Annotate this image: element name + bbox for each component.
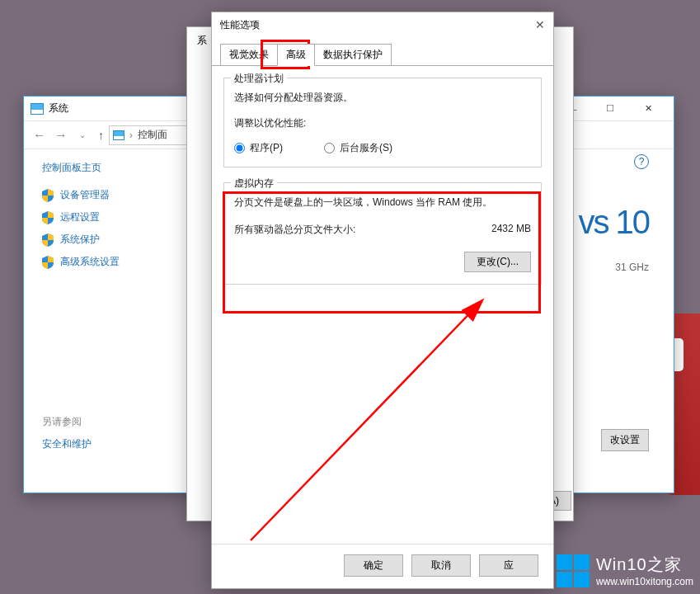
breadcrumb: 控制面 [138,128,167,142]
sidebar-item-advanced[interactable]: 高级系统设置 [42,255,167,269]
sidebar-label: 系统保护 [60,233,100,247]
sidebar-item-remote[interactable]: 远程设置 [42,210,167,224]
ok-button[interactable]: 确定 [344,554,403,577]
tab-strip: 视觉效果 高级 数据执行保护 [212,44,553,66]
vm-total-value: 2432 MB [491,223,531,237]
perf-titlebar: 性能选项 ✕ [212,12,553,37]
forward-button[interactable]: → [50,125,72,146]
shield-icon [42,211,54,224]
sidebar-item-device-manager[interactable]: 设备管理器 [42,188,167,202]
adjust-label: 调整以优化性能: [234,116,531,131]
cpu-info: 31 GHz [615,262,649,273]
tab-advanced[interactable]: 高级 [277,44,315,66]
virtual-memory-group: 虚拟内存 分页文件是硬盘上的一块区域，Windows 当作 RAM 使用。 所有… [223,182,542,284]
vm-desc: 分页文件是硬盘上的一块区域，Windows 当作 RAM 使用。 [234,195,531,210]
sidebar-label: 设备管理器 [60,188,110,202]
proc-desc: 选择如何分配处理器资源。 [234,90,531,106]
cp-home-link[interactable]: 控制面板主页 [42,161,167,175]
apply-button[interactable]: 应 [479,554,538,577]
processor-scheduling-group: 处理器计划 选择如何分配处理器资源。 调整以优化性能: 程序(P) 后台服务(S… [223,78,542,167]
watermark-url: www.win10xitong.com [596,576,693,587]
seealso-heading: 另请参阅 [42,415,92,429]
shield-icon [42,233,54,247]
cancel-button[interactable]: 取消 [411,554,471,577]
windows-logo-text: vs 10 [578,204,649,240]
sidebar-label: 远程设置 [60,210,100,224]
seealso-link[interactable]: 安全和维护 [42,437,92,451]
vm-total-label: 所有驱动器总分页文件大小: [234,223,355,237]
tab-visual-effects[interactable]: 视觉效果 [220,44,278,65]
shield-icon [42,256,54,269]
address-icon [113,130,124,140]
radio-background[interactable]: 后台服务(S) [324,141,392,155]
close-button[interactable]: ✕ [629,97,667,120]
recent-dropdown[interactable]: ⌄ [72,125,93,146]
group-title: 处理器计划 [231,72,287,86]
close-button[interactable]: ✕ [520,18,545,31]
windows-logo-icon [557,554,590,587]
shield-icon [42,189,54,202]
up-button[interactable]: ↑ [98,129,104,142]
sidebar-label: 高级系统设置 [60,255,120,269]
radio-background-input[interactable] [324,143,335,153]
perf-title-text: 性能选项 [220,18,520,32]
back-button[interactable]: ← [29,125,50,146]
sidebar: 控制面板主页 设备管理器 远程设置 系统保护 高级系统设置 另请参阅 安全和维护 [24,149,185,494]
group-title: 虚拟内存 [231,177,277,191]
maximize-button[interactable]: ☐ [591,97,629,120]
watermark: Win10之家 www.win10xitong.com [557,554,693,587]
sidebar-item-protection[interactable]: 系统保护 [42,233,167,247]
watermark-brand: Win10之家 [596,554,693,576]
radio-programs[interactable]: 程序(P) [234,141,283,155]
change-button[interactable]: 更改(C)... [464,252,531,272]
performance-options-window: 性能选项 ✕ 视觉效果 高级 数据执行保护 处理器计划 选择如何分配处理器资源。… [211,12,554,589]
system-icon [31,103,44,115]
tab-dep[interactable]: 数据执行保护 [314,44,392,65]
help-icon[interactable]: ? [634,154,649,169]
change-settings-button[interactable]: 改设置 [601,429,649,451]
radio-programs-input[interactable] [234,143,245,153]
